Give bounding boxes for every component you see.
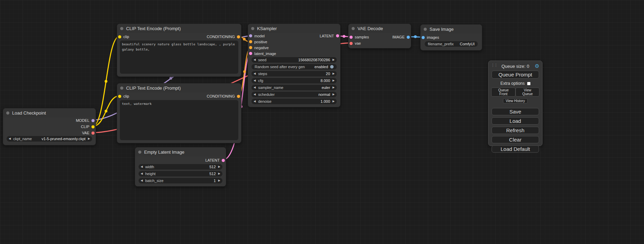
output-slot-clip[interactable]: CLIP — [81, 125, 95, 129]
clear-button[interactable]: Clear — [492, 136, 539, 143]
node-title[interactable]: Load Checkpoint — [3, 108, 96, 117]
queue-front-button[interactable]: Queue Front — [491, 88, 515, 97]
prompt-textarea[interactable]: text, watermark — [120, 100, 238, 140]
output-slot-image[interactable]: IMAGE — [392, 35, 410, 39]
node-title[interactable]: CLIP Text Encode (Prompt) — [117, 24, 241, 33]
settings-gear-icon[interactable]: ⚙ — [535, 63, 539, 70]
conditioning-port-icon[interactable] — [237, 95, 240, 98]
node-title[interactable]: Empty Latent Image — [135, 147, 226, 156]
queue-prompt-button[interactable]: Queue Prompt — [492, 71, 539, 79]
input-slot-vae[interactable]: vae — [350, 41, 361, 45]
collapse-dot-icon[interactable] — [352, 27, 355, 30]
input-slot-latent-image[interactable]: latent_image — [249, 52, 276, 56]
widget-cfg[interactable]: ◀ cfg 8.000 ▶ — [252, 78, 337, 83]
node-clip-text-encode-positive[interactable]: CLIP Text Encode (Prompt) clip CONDITION… — [117, 24, 241, 77]
clip-port-icon[interactable] — [118, 95, 121, 98]
decrement-arrow-icon[interactable]: ◀ — [254, 79, 256, 82]
widget-denoise[interactable]: ◀ denoise 1.000 ▶ — [252, 99, 337, 104]
widget-seed[interactable]: ◀ seed 156680208700286 ▶ — [252, 57, 337, 63]
drag-handle-icon[interactable]: ⋮⋮ — [491, 63, 497, 67]
collapse-dot-icon[interactable] — [251, 27, 254, 30]
output-slot-latent[interactable]: LATENT — [320, 34, 339, 38]
increment-arrow-icon[interactable]: ▶ — [88, 137, 90, 140]
widget-height[interactable]: ◀ height 512 ▶ — [139, 171, 222, 177]
node-title[interactable]: Save Image — [421, 25, 482, 34]
latent-port-icon[interactable] — [350, 36, 353, 39]
decrement-arrow-icon[interactable]: ◀ — [141, 179, 143, 182]
decrement-arrow-icon[interactable]: ◀ — [141, 172, 143, 175]
input-slot-model[interactable]: model — [249, 34, 265, 38]
decrement-arrow-icon[interactable]: ◀ — [141, 165, 143, 168]
decrement-arrow-icon[interactable]: ◀ — [254, 100, 256, 103]
widget-steps[interactable]: ◀ steps 20 ▶ — [252, 71, 337, 76]
collapse-dot-icon[interactable] — [120, 87, 123, 90]
decrement-arrow-icon[interactable]: ◀ — [254, 93, 256, 96]
node-vae-decode[interactable]: VAE Decode samples IMAGE vae — [348, 24, 411, 48]
input-slot-positive[interactable]: positive — [249, 40, 267, 44]
increment-arrow-icon[interactable]: ▶ — [333, 93, 335, 96]
node-clip-text-encode-negative[interactable]: CLIP Text Encode (Prompt) clip CONDITION… — [117, 83, 241, 143]
conditioning-port-icon[interactable] — [249, 46, 252, 49]
node-save-image[interactable]: Save Image images filename_prefix ComfyU… — [420, 24, 482, 51]
input-slot-clip[interactable]: clip — [118, 35, 129, 39]
clip-port-icon[interactable] — [118, 35, 121, 38]
increment-arrow-icon[interactable]: ▶ — [333, 86, 335, 89]
node-empty-latent-image[interactable]: Empty Latent Image LATENT ◀ width 512 ▶ … — [135, 147, 226, 187]
widget-filename-prefix[interactable]: filename_prefix ComfyUI — [425, 41, 478, 47]
node-title[interactable]: CLIP Text Encode (Prompt) — [117, 83, 241, 92]
refresh-button[interactable]: Refresh — [492, 127, 539, 134]
load-button[interactable]: Load — [492, 117, 539, 125]
collapse-dot-icon[interactable] — [6, 111, 9, 115]
input-slot-images[interactable]: images — [422, 35, 439, 39]
conditioning-port-icon[interactable] — [249, 40, 252, 43]
latent-port-icon[interactable] — [249, 52, 252, 55]
widget-sampler-name[interactable]: ◀ sampler_name euler ▶ — [252, 85, 337, 90]
model-port-icon[interactable] — [249, 34, 252, 37]
vae-port-icon[interactable] — [91, 132, 95, 135]
view-history-button[interactable]: View History — [503, 98, 528, 103]
widget-ckpt-name[interactable]: ◀ ckpt_name v1-5-pruned-emaonly.ckpt ▶ — [7, 136, 92, 142]
input-slot-samples[interactable]: samples — [350, 35, 369, 39]
collapse-dot-icon[interactable] — [138, 151, 141, 154]
increment-arrow-icon[interactable]: ▶ — [333, 100, 335, 103]
increment-arrow-icon[interactable]: ▶ — [218, 165, 220, 168]
decrement-arrow-icon[interactable]: ◀ — [254, 86, 256, 89]
increment-arrow-icon[interactable]: ▶ — [218, 172, 220, 175]
image-port-icon[interactable] — [422, 36, 425, 39]
collapse-dot-icon[interactable] — [120, 27, 123, 30]
widget-width[interactable]: ◀ width 512 ▶ — [139, 164, 222, 170]
output-slot-vae[interactable]: VAE — [82, 131, 95, 135]
output-slot-latent[interactable]: LATENT — [205, 158, 225, 162]
model-port-icon[interactable] — [91, 119, 95, 122]
latent-port-icon[interactable] — [336, 34, 339, 37]
prompt-textarea[interactable]: beautiful scenery nature glass bottle la… — [120, 40, 238, 74]
input-slot-negative[interactable]: negative — [249, 46, 269, 50]
conditioning-port-icon[interactable] — [237, 35, 240, 38]
increment-arrow-icon[interactable]: ▶ — [218, 179, 220, 182]
increment-arrow-icon[interactable]: ▶ — [333, 58, 335, 61]
widget-random-seed-toggle[interactable]: Random seed after every gen enabled — [252, 64, 337, 70]
widget-batch-size[interactable]: ◀ batch_size 1 ▶ — [139, 178, 222, 183]
vae-port-icon[interactable] — [350, 42, 353, 45]
decrement-arrow-icon[interactable]: ◀ — [254, 58, 256, 61]
output-slot-model[interactable]: MODEL — [76, 118, 95, 123]
clip-port-icon[interactable] — [91, 125, 95, 128]
image-port-icon[interactable] — [407, 36, 410, 39]
input-slot-clip[interactable]: clip — [118, 94, 129, 98]
node-title[interactable]: VAE Decode — [349, 24, 411, 33]
load-default-button[interactable]: Load Default — [492, 145, 539, 153]
output-slot-conditioning[interactable]: CONDITIONING — [207, 35, 240, 39]
increment-arrow-icon[interactable]: ▶ — [333, 72, 335, 75]
increment-arrow-icon[interactable]: ▶ — [333, 79, 335, 82]
node-ksampler[interactable]: KSampler model LATENT positive negative … — [248, 24, 341, 107]
extra-options-checkbox[interactable] — [527, 82, 530, 85]
save-button[interactable]: Save — [492, 108, 539, 115]
decrement-arrow-icon[interactable]: ◀ — [254, 72, 256, 75]
collapse-dot-icon[interactable] — [424, 28, 427, 31]
node-title[interactable]: KSampler — [248, 24, 340, 33]
output-slot-conditioning[interactable]: CONDITIONING — [207, 94, 240, 98]
node-load-checkpoint[interactable]: Load Checkpoint MODEL CLIP VAE ◀ ckpt_na… — [3, 108, 96, 145]
widget-scheduler[interactable]: ◀ scheduler normal ▶ — [252, 92, 337, 97]
view-queue-button[interactable]: View Queue — [515, 88, 539, 97]
toggle-icon[interactable] — [330, 65, 334, 69]
